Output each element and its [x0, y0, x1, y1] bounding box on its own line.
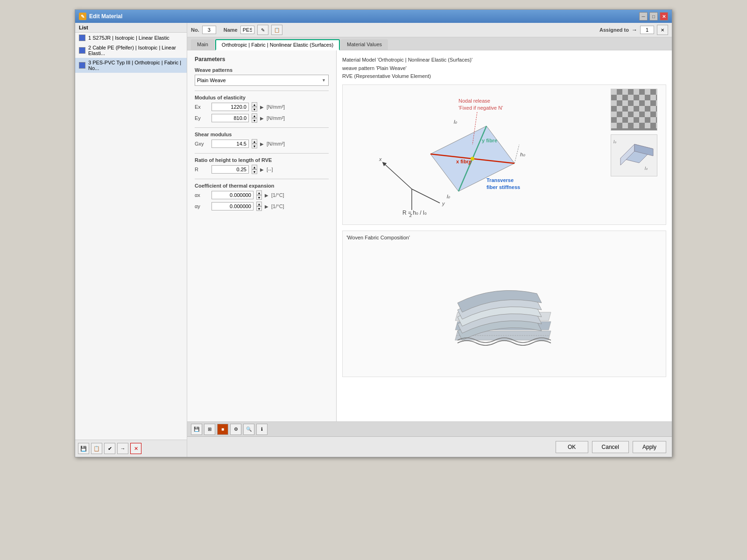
r-down[interactable]: ▼ [252, 169, 257, 174]
svg-text:×: × [468, 161, 471, 167]
no-label: No. [191, 27, 199, 33]
ex-up[interactable]: ▲ [252, 102, 257, 107]
title-bar-left: ✎ Edit Material [79, 13, 122, 20]
arrow-button[interactable]: → [117, 443, 128, 454]
svg-rect-37 [656, 100, 657, 106]
ay-input[interactable] [211, 202, 254, 210]
ey-row: Ey ▲ ▼ ▶ [N/mm²] [195, 113, 329, 123]
rve-diagram: l₀ l₀ h₀ x fibre y fibre [346, 89, 533, 219]
main-content: List 1 S275JR | Isotropic | Linear Elast… [75, 23, 672, 457]
ax-spinner: ▲ ▼ [256, 190, 262, 200]
tool-save[interactable]: 💾 [191, 424, 202, 435]
svg-rect-53 [634, 123, 639, 128]
r-row: R ▲ ▼ ▶ [--] [195, 165, 329, 174]
svg-text:fiber stiffness: fiber stiffness [486, 184, 520, 190]
model-description: Material Model 'Orthotropic | Nonlinear … [342, 56, 666, 81]
ex-spinner: ▲ ▼ [252, 102, 257, 112]
info-button[interactable]: 📋 [271, 25, 282, 35]
ax-down[interactable]: ▼ [256, 195, 262, 200]
svg-rect-51 [611, 123, 617, 128]
svg-line-11 [384, 163, 412, 189]
maximize-button[interactable]: □ [649, 12, 658, 21]
svg-text:y fibre: y fibre [482, 138, 497, 143]
weave-select[interactable]: Plain Weave Twill Weave Satin Weave [195, 75, 329, 86]
assigned-arrow: → [632, 27, 637, 33]
r-up[interactable]: ▲ [252, 165, 257, 169]
tool-settings[interactable]: ⚙ [230, 424, 241, 435]
close-button[interactable]: ✕ [660, 12, 668, 21]
weave-section: Weave patterns Plain Weave Twill Weave S… [195, 67, 329, 86]
ax-up[interactable]: ▲ [256, 190, 262, 195]
tab-main[interactable]: Main [191, 39, 214, 50]
svg-text:'Fixed if negative N': 'Fixed if negative N' [458, 105, 503, 111]
no-input[interactable]: 3 [202, 26, 216, 34]
svg-rect-36 [645, 100, 650, 106]
svg-rect-40 [639, 106, 645, 112]
ax-unit: [1/°C] [271, 192, 284, 198]
sidebar-item-3[interactable]: 3 PES-PVC Typ III | Orthotropic | Fabric… [75, 58, 187, 73]
sidebar: List 1 S275JR | Isotropic | Linear Elast… [75, 23, 187, 457]
ax-input[interactable] [211, 191, 254, 199]
cancel-button[interactable]: Cancel [592, 441, 629, 453]
tool-search[interactable]: 🔍 [243, 424, 254, 435]
ay-row: αy ▲ ▼ ▶ [1/°C] [195, 202, 329, 211]
sidebar-item-2[interactable]: 2 Cable PE (Pfeifer) | Isotropic | Linea… [75, 43, 187, 58]
tool-grid[interactable]: ⊞ [204, 424, 215, 435]
ey-down[interactable]: ▼ [252, 118, 257, 123]
apply-button[interactable]: Apply [633, 441, 666, 453]
svg-rect-24 [611, 89, 617, 95]
svg-rect-46 [656, 112, 657, 117]
svg-rect-35 [634, 100, 639, 106]
assigned-to-field: Assigned to → ✕ [599, 25, 668, 35]
sidebar-item-1[interactable]: 1 S275JR | Isotropic | Linear Elastic [75, 33, 187, 43]
svg-text:y: y [442, 201, 445, 206]
ay-up[interactable]: ▲ [256, 202, 262, 206]
bottom-toolbar: 💾 ⊞ ■ ⚙ 🔍 ℹ [187, 421, 672, 436]
tool-color[interactable]: ■ [217, 424, 228, 435]
ay-unit: [1/°C] [271, 203, 284, 209]
gxy-down[interactable]: ▼ [252, 144, 257, 148]
r-input[interactable] [211, 165, 249, 174]
tool-info[interactable]: ℹ [256, 424, 268, 435]
tab-orthotropic[interactable]: Orthotropic | Fabric | Nonlinear Elastic… [215, 39, 340, 50]
edit-name-button[interactable]: ✎ [257, 25, 268, 35]
divider-4 [195, 179, 329, 179]
window-body: List 1 S275JR | Isotropic | Linear Elast… [75, 23, 672, 457]
gxy-input[interactable] [211, 140, 249, 148]
svg-rect-55 [656, 123, 657, 128]
ey-up[interactable]: ▲ [252, 113, 257, 118]
gxy-spinner: ▲ ▼ [252, 139, 257, 148]
save-material-button[interactable]: 💾 [78, 443, 89, 454]
ok-button[interactable]: OK [556, 441, 588, 453]
params-panel: Parameters Weave patterns Plain Weave Tw… [187, 50, 337, 421]
assigned-input[interactable] [640, 26, 654, 34]
woven-title: 'Woven Fabric Composition' [346, 235, 662, 240]
params-title: Parameters [195, 56, 329, 63]
weave-label: Weave patterns [195, 67, 329, 73]
sidebar-list: 1 S275JR | Isotropic | Linear Elastic 2 … [75, 33, 187, 440]
svg-text:x: x [379, 156, 382, 162]
sidebar-item-label-1: 1 S275JR | Isotropic | Linear Elastic [88, 35, 169, 41]
ay-down[interactable]: ▼ [256, 206, 262, 211]
gxy-up[interactable]: ▲ [252, 139, 257, 144]
svg-rect-33 [611, 100, 617, 106]
name-input[interactable] [240, 26, 254, 34]
minimize-button[interactable]: ─ [639, 12, 648, 21]
gxy-row: Gxy ▲ ▼ ▶ [N/mm²] [195, 139, 329, 148]
check-button[interactable]: ✔ [104, 443, 115, 454]
tab-material-values[interactable]: Material Values [341, 39, 388, 50]
r-spinner: ▲ ▼ [252, 165, 257, 174]
edit-material-window: ✎ Edit Material ─ □ ✕ List 1 S275JR | Is… [75, 9, 672, 457]
right-panel: No. 3 Name ✎ 📋 Assigned to → ✕ [187, 23, 672, 457]
copy-material-button[interactable]: 📋 [91, 443, 102, 454]
assigned-action-button[interactable]: ✕ [657, 25, 668, 35]
ex-input[interactable] [211, 103, 249, 111]
item-color-3 [79, 62, 85, 69]
delete-material-button[interactable]: ✕ [130, 443, 141, 454]
ey-input[interactable] [211, 114, 249, 122]
ex-down[interactable]: ▼ [252, 107, 257, 112]
ex-row: Ex ▲ ▼ ▶ [N/mm²] [195, 102, 329, 112]
weave-select-wrapper: Plain Weave Twill Weave Satin Weave [195, 75, 329, 86]
name-field: Name ✎ 📋 [224, 25, 282, 35]
svg-rect-28 [656, 89, 657, 95]
